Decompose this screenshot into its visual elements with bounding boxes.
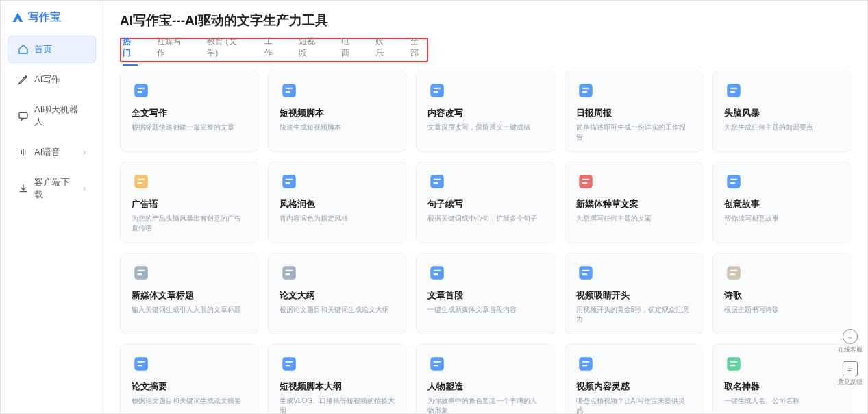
- tool-card-icon: [724, 354, 743, 374]
- svg-rect-33: [138, 273, 143, 275]
- svg-rect-56: [582, 361, 589, 363]
- tool-card-desc: 用视频开头的黄金5秒，锁定观众注意力: [576, 305, 691, 324]
- tool-card-desc: 将内容润色为指定风格: [280, 214, 395, 223]
- svg-rect-51: [286, 365, 291, 366]
- tool-card[interactable]: 新媒体种草文案为您撰写任何主题的文案: [565, 162, 703, 243]
- tool-card[interactable]: 短视频脚本大纲生成VLOG、口播稿等短视频的拍摄大纲: [268, 344, 406, 413]
- tab-hot[interactable]: 热门: [123, 34, 138, 62]
- svg-rect-5: [286, 88, 293, 89]
- sidebar-item-download[interactable]: 客户端下载 ›: [8, 169, 96, 208]
- tab-work[interactable]: 工作: [264, 34, 280, 62]
- svg-rect-47: [138, 361, 145, 363]
- tool-card[interactable]: 创意故事帮你续写创意故事: [712, 162, 851, 243]
- logo-icon: [12, 12, 24, 24]
- float-support[interactable]: 在线客服: [838, 329, 863, 354]
- tool-card[interactable]: 诗歌根据主题书写诗歌: [712, 253, 851, 334]
- chevron-right-icon: ›: [83, 184, 86, 193]
- tool-card-title: 视频吸睛开头: [576, 289, 691, 302]
- svg-rect-16: [134, 175, 148, 188]
- smile-icon: [843, 329, 858, 344]
- svg-rect-12: [582, 91, 587, 93]
- tool-card-icon: [280, 172, 299, 191]
- tool-card[interactable]: 取名神器一键生成人名、公司名称: [712, 344, 851, 413]
- tool-card[interactable]: 日报周报简单描述即可生成一份详实的工作报告: [565, 71, 703, 152]
- sidebar-item-ai-write[interactable]: AI写作: [8, 66, 96, 93]
- chat-icon: [18, 110, 29, 121]
- tab-all[interactable]: 全部: [410, 34, 425, 62]
- tool-card-icon: [576, 172, 595, 191]
- tool-card[interactable]: 内容改写文章深度改写，保留原义一键成稿: [416, 71, 554, 152]
- tool-card-title: 新媒体文章标题: [132, 289, 247, 302]
- category-tabs: 热门 社媒写作 教育 (文学) 工作 短视频 电商 娱乐 全部: [120, 38, 428, 62]
- tool-card[interactable]: 人物塑造为你故事中的角色塑造一个丰满的人物形象: [416, 344, 554, 413]
- svg-rect-28: [727, 175, 741, 188]
- sidebar-item-home[interactable]: 首页: [8, 36, 96, 63]
- tool-card-desc: 文章深度改写，保留原义一键成稿: [427, 123, 543, 132]
- chevron-right-icon: ›: [83, 147, 86, 157]
- float-feedback[interactable]: 意见反馈: [838, 361, 863, 387]
- tool-card-desc: 为您生成任何主题的知识要点: [724, 123, 839, 132]
- tool-card[interactable]: 视频吸睛开头用视频开头的黄金5秒，锁定观众注意力: [565, 253, 703, 334]
- tool-card-icon: [132, 354, 151, 374]
- tool-card[interactable]: 广告语为您的产品头脑风暴出有创意的广告宣传语: [120, 162, 258, 243]
- tool-card-desc: 快速生成短视频脚本: [280, 123, 395, 132]
- tool-card[interactable]: 文章首段一键生成新媒体文章首段内容: [416, 253, 554, 334]
- svg-rect-29: [730, 179, 737, 180]
- tab-video[interactable]: 短视频: [299, 34, 322, 62]
- float-label: 意见反馈: [838, 378, 863, 387]
- tool-card[interactable]: 头脑风暴为您生成任何主题的知识要点: [712, 71, 851, 152]
- tab-ecom[interactable]: 电商: [341, 34, 356, 62]
- svg-rect-1: [134, 84, 148, 97]
- tool-card[interactable]: 短视频脚本快速生成短视频脚本: [268, 71, 406, 152]
- tab-entertain[interactable]: 娱乐: [375, 34, 390, 62]
- tool-card-icon: [724, 172, 743, 191]
- download-icon: [18, 183, 29, 194]
- tool-card-title: 论文摘要: [132, 380, 247, 393]
- tool-card-desc: 简单描述即可生成一份详实的工作报告: [576, 123, 691, 142]
- tool-card-icon: [132, 263, 151, 282]
- tool-card[interactable]: 论文摘要根据论文题目和关键词生成论文摘要: [120, 344, 258, 413]
- tool-card[interactable]: 全文写作根据标题快速创建一篇完整的文章: [120, 71, 258, 152]
- tool-card-icon: [132, 81, 151, 100]
- tool-card-title: 诗歌: [724, 289, 839, 302]
- sidebar-item-ai-chat[interactable]: AI聊天机器人: [8, 96, 96, 136]
- svg-rect-30: [730, 182, 735, 184]
- tool-card[interactable]: 句子续写根据关键词或中心句，扩展多个句子: [416, 162, 554, 243]
- svg-rect-46: [134, 357, 148, 371]
- tool-card[interactable]: 视频内容灵感哪些点拍视频？让AI写作宝来提供灵感: [565, 344, 703, 413]
- tool-card-icon: [280, 354, 299, 374]
- main-content: AI写作宝---AI驱动的文字生产力工具 热门 社媒写作 教育 (文学) 工作 …: [103, 1, 867, 413]
- tool-card-desc: 哪些点拍视频？让AI写作宝来提供灵感: [576, 396, 691, 413]
- svg-rect-14: [730, 88, 737, 89]
- svg-rect-44: [730, 270, 737, 271]
- tool-card-icon: [280, 263, 299, 282]
- tool-card-icon: [576, 263, 595, 282]
- tool-card-title: 日报周报: [576, 107, 691, 119]
- svg-rect-35: [286, 270, 293, 271]
- tool-card-title: 创意故事: [724, 198, 839, 210]
- tool-card-title: 全文写作: [132, 107, 247, 119]
- tab-edu[interactable]: 教育 (文学): [207, 34, 245, 62]
- sidebar: 写作宝 首页 AI写作 AI聊天机器人 AI语音 ›: [1, 1, 103, 413]
- svg-rect-34: [282, 266, 296, 280]
- tool-card[interactable]: 新媒体文章标题输入关键词生成引人入胜的文章标题: [120, 253, 258, 334]
- tool-card[interactable]: 风格润色将内容润色为指定风格: [268, 162, 406, 243]
- tool-card-title: 风格润色: [280, 198, 395, 210]
- svg-rect-54: [434, 365, 439, 366]
- tool-card-title: 取名神器: [724, 380, 839, 393]
- logo-text: 写作宝: [28, 10, 61, 25]
- tool-card-desc: 根据标题快速创建一篇完整的文章: [132, 123, 247, 132]
- tool-card-title: 句子续写: [427, 198, 543, 210]
- tab-social[interactable]: 社媒写作: [157, 34, 188, 62]
- svg-rect-49: [282, 357, 296, 371]
- tool-card[interactable]: 论文大纲根据论文题目和关键词生成论文大纲: [268, 253, 406, 334]
- svg-rect-19: [282, 175, 296, 188]
- svg-rect-58: [727, 357, 741, 371]
- pen-icon: [18, 74, 29, 85]
- sidebar-item-ai-voice[interactable]: AI语音 ›: [8, 138, 96, 166]
- tool-card-title: 广告语: [132, 198, 247, 210]
- tool-card-desc: 输入关键词生成引人入胜的文章标题: [132, 305, 247, 315]
- tool-card-icon: [576, 81, 595, 100]
- sidebar-item-label: AI写作: [34, 73, 60, 86]
- tool-card-icon: [427, 172, 447, 191]
